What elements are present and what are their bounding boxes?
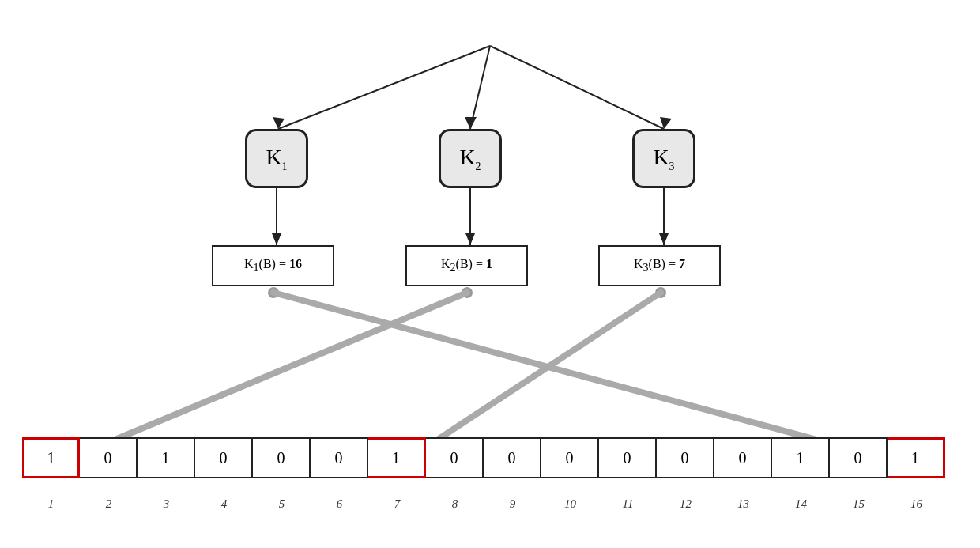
result-box-2: K2(B) = 1 [405,245,528,286]
bit-cell-9: 0 [484,437,541,478]
bit-cell-1: 1 [22,437,80,478]
bit-cell-2: 0 [80,437,138,478]
index-cell-3: 3 [138,488,195,520]
bit-cell-16: 1 [888,437,945,478]
svg-line-0 [278,46,490,129]
svg-marker-5 [660,117,672,129]
index-cell-14: 14 [772,488,830,520]
index-cell-9: 9 [484,488,541,520]
svg-point-14 [655,287,666,298]
bit-array: 1010001000000101 [22,437,945,478]
bit-cell-8: 0 [426,437,484,478]
bit-cell-10: 0 [541,437,599,478]
index-cell-12: 12 [657,488,714,520]
bit-cell-12: 0 [657,437,714,478]
index-cell-16: 16 [888,488,945,520]
svg-marker-1 [273,117,285,129]
bit-cell-4: 0 [195,437,253,478]
bit-cell-14: 1 [772,437,830,478]
svg-marker-9 [466,233,475,245]
svg-marker-7 [272,233,281,245]
bit-cell-7: 1 [368,437,426,478]
index-cell-15: 15 [830,488,888,520]
k2-box: K2 [439,129,502,188]
svg-point-12 [268,287,279,298]
svg-point-13 [462,287,473,298]
index-cell-5: 5 [253,488,311,520]
diagram-container: K1 K2 K3 K1(B) = 16 K2(B) = 1 K3(B) = 7 [0,0,980,548]
bit-cell-13: 0 [714,437,772,478]
k1-box: K1 [245,129,308,188]
index-array: 12345678910111213141516 [22,488,945,520]
bit-cell-3: 1 [138,437,195,478]
bit-cell-11: 0 [599,437,657,478]
index-cell-7: 7 [368,488,426,520]
index-cell-8: 8 [426,488,484,520]
svg-marker-11 [659,233,669,245]
index-cell-1: 1 [22,488,80,520]
index-cell-13: 13 [714,488,772,520]
svg-marker-3 [465,117,477,129]
index-cell-4: 4 [195,488,253,520]
bit-cell-6: 0 [311,437,368,478]
index-cell-11: 11 [599,488,657,520]
svg-line-2 [470,46,490,129]
bit-cell-15: 0 [830,437,888,478]
bit-cell-5: 0 [253,437,311,478]
svg-line-4 [490,46,664,129]
k3-box: K3 [632,129,695,188]
index-cell-6: 6 [311,488,368,520]
result-box-3: K3(B) = 7 [598,245,721,286]
index-cell-10: 10 [541,488,599,520]
result-box-1: K1(B) = 16 [212,245,334,286]
index-cell-2: 2 [80,488,138,520]
